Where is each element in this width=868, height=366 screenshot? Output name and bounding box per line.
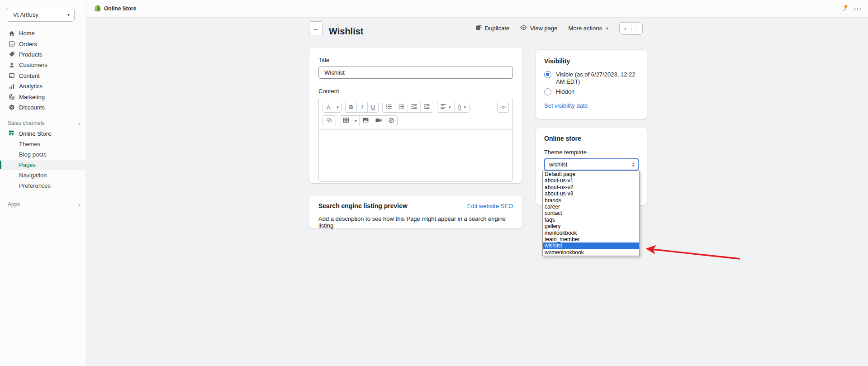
visible-radio-option[interactable]: Visible (as of 6/27/2023, 12:22 AM EDT) — [544, 71, 639, 85]
insert-video-button[interactable] — [372, 116, 385, 126]
topbar-right: ⋯ — [842, 4, 862, 14]
pin-icon[interactable] — [842, 5, 848, 13]
overflow-menu-icon[interactable]: ⋯ — [854, 4, 862, 14]
template-option-selected[interactable]: wishlist — [543, 242, 639, 249]
sidebar-item-label: Marketing — [19, 94, 45, 100]
sidebar-item-label: Home — [19, 30, 35, 37]
seo-heading: Search engine listing preview — [318, 202, 408, 209]
sidebar-item-content[interactable]: Content — [0, 71, 86, 81]
sidebar-item-products[interactable]: Products — [0, 49, 86, 60]
sidebar-item-label: Discounts — [19, 104, 45, 111]
sales-channels-label: Sales channels — [8, 120, 44, 126]
page-title: Wishlist — [329, 26, 364, 37]
visibility-card: Visibility Visible (as of 6/27/2023, 12:… — [536, 50, 647, 119]
sidebar-item-label: Orders — [19, 41, 37, 48]
text-color-button[interactable]: A▾ — [454, 102, 470, 112]
sidebar-item-marketing[interactable]: Marketing — [0, 91, 86, 102]
file-icon — [8, 72, 15, 79]
sidebar-item-pages[interactable]: Pages — [0, 160, 86, 170]
content-label: Content — [318, 88, 513, 95]
numbered-list-icon — [398, 104, 404, 110]
online-store-heading: Online store — [544, 135, 639, 142]
link-icon — [326, 118, 332, 124]
numbered-list-button[interactable] — [395, 102, 408, 112]
template-option[interactable]: career — [543, 204, 639, 210]
template-option[interactable]: brands — [543, 197, 639, 204]
bold-button[interactable]: B — [346, 102, 356, 112]
template-option[interactable]: team_member — [543, 236, 639, 242]
outdent-button[interactable] — [408, 102, 420, 112]
chevron-down-icon: ▾ — [337, 105, 339, 109]
duplicate-button[interactable]: Duplicate — [475, 24, 509, 32]
megaphone-icon — [8, 94, 15, 100]
shopify-bag-icon — [94, 5, 101, 13]
image-icon — [363, 118, 369, 124]
insert-link-button[interactable] — [323, 116, 336, 126]
template-option[interactable]: faqs — [543, 217, 639, 223]
italic-button[interactable]: I — [356, 102, 367, 112]
set-visibility-date-link[interactable]: Set visibility date — [544, 102, 588, 109]
sidebar-item-home[interactable]: Home — [0, 28, 86, 38]
alignment-button[interactable]: ▾ — [437, 102, 454, 112]
template-option[interactable]: womenlookbook — [543, 249, 639, 256]
back-button[interactable]: ← — [309, 21, 323, 35]
store-switcher[interactable]: Vt Artfusy ▾ — [6, 8, 75, 22]
hidden-radio-option[interactable]: Hidden — [544, 88, 639, 95]
template-option[interactable]: menlookbook — [543, 230, 639, 236]
edit-website-seo-link[interactable]: Edit website SEO — [467, 203, 513, 209]
text-style-button[interactable]: A — [323, 102, 334, 112]
sidebar-item-themes[interactable]: Themes — [0, 139, 86, 149]
previous-page-button[interactable]: ‹ — [620, 23, 631, 34]
sidebar-item-blog-posts[interactable]: Blog posts — [0, 149, 86, 160]
underline-button[interactable]: U — [367, 102, 378, 112]
radio-selected-icon — [544, 71, 551, 78]
visibility-heading: Visibility — [544, 57, 639, 65]
breadcrumb[interactable]: Online Store — [94, 5, 136, 13]
sidebar-item-online-store[interactable]: Online Store — [0, 128, 86, 139]
chevron-right-icon: › — [78, 201, 80, 208]
shopify-admin-page: Vt Artfusy ▾ Home Orders Products Custom… — [0, 0, 868, 366]
pagination: ‹ › — [619, 22, 643, 35]
storefront-icon — [8, 130, 14, 138]
bulleted-list-button[interactable] — [383, 102, 395, 112]
insert-table-button[interactable] — [340, 116, 352, 126]
sidebar-item-navigation[interactable]: Navigation — [0, 170, 86, 181]
indent-button[interactable] — [420, 102, 433, 112]
bulleted-list-icon — [386, 104, 392, 110]
sidebar-item-label: Customers — [19, 62, 47, 68]
seo-card: Search engine listing preview Edit websi… — [309, 195, 522, 228]
rich-text-editor: A ▾ B I U ▾ — [318, 98, 513, 182]
template-option[interactable]: Default page — [543, 171, 639, 177]
template-option[interactable]: about-us-v2 — [543, 184, 639, 190]
template-option[interactable]: contact — [543, 210, 639, 216]
sidebar-item-orders[interactable]: Orders — [0, 38, 86, 49]
back-arrow-icon: ← — [313, 24, 320, 33]
view-page-button[interactable]: View page — [520, 25, 557, 32]
home-icon — [8, 30, 15, 37]
next-page-button[interactable]: › — [631, 23, 642, 34]
sidebar-item-analytics[interactable]: Analytics — [0, 81, 86, 91]
outdent-icon — [411, 104, 417, 110]
text-style-caret-button[interactable]: ▾ — [334, 102, 341, 112]
sidebar-item-preferences[interactable]: Preferences — [0, 181, 86, 191]
person-icon — [8, 62, 15, 68]
page-details-card: Title Content A ▾ B I U — [309, 48, 522, 183]
content-textarea[interactable] — [319, 130, 512, 181]
title-input[interactable] — [318, 67, 513, 79]
table-caret-button[interactable]: ▾ — [352, 116, 359, 126]
apps-label: Apps — [8, 201, 20, 208]
apps-header[interactable]: Apps › — [0, 200, 86, 209]
more-actions-button[interactable]: More actions ▾ — [569, 25, 608, 32]
template-option[interactable]: about-us-v3 — [543, 190, 639, 197]
template-option[interactable]: gallery — [543, 223, 639, 229]
clear-formatting-button[interactable] — [385, 116, 397, 126]
sales-channels-header[interactable]: Sales channels › — [0, 119, 86, 128]
sidebar-item-customers[interactable]: Customers — [0, 60, 86, 70]
align-left-icon — [441, 104, 446, 110]
html-code-button[interactable]: <> — [498, 102, 508, 112]
sidebar-item-discounts[interactable]: Discounts — [0, 102, 86, 113]
theme-template-select[interactable]: wishlist ▴▾ — [544, 158, 639, 171]
insert-image-button[interactable] — [359, 116, 372, 126]
indent-icon — [424, 104, 430, 110]
template-option[interactable]: about-us-v1 — [543, 177, 639, 184]
